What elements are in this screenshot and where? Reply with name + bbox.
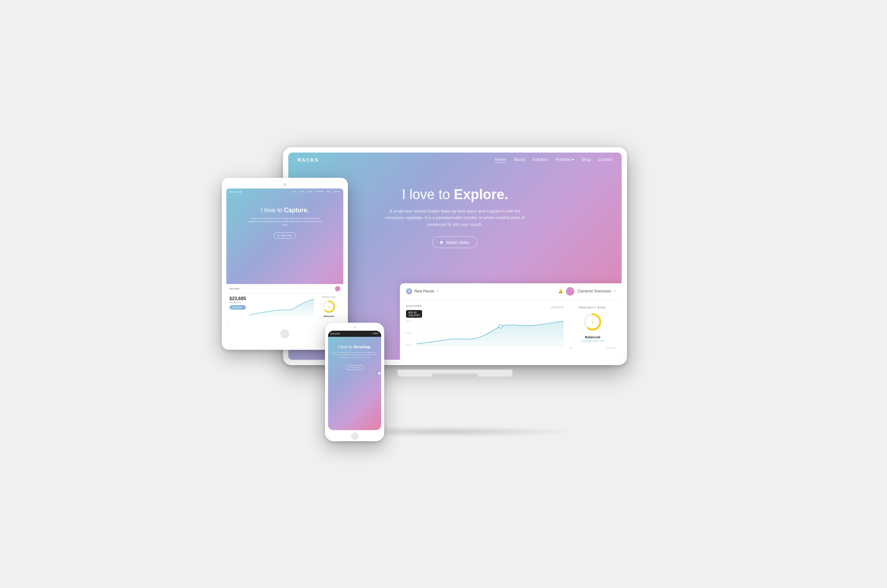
svg-text:$30k: $30k [406, 320, 412, 322]
chart-tooltip: $52.00 July-2021 [406, 310, 422, 318]
laptop-nav: RACKS Home About Solution Portfolio ▾ Bl… [288, 153, 622, 167]
risk-panel: PROJECT RISK $ Balanced Change your risk… [570, 304, 616, 355]
tablet-camera [283, 183, 286, 186]
dashboard-project-name: New House [414, 289, 434, 293]
dashboard-table-header: Nr Created [570, 346, 616, 349]
tablet-nav: RACKS Home About Solution Portfolio ▾ Bl… [226, 188, 343, 195]
laptop-base [398, 370, 512, 377]
tablet-project-name: New House [229, 288, 239, 290]
tablet-screen: RACKS Home About Solution Portfolio ▾ Bl… [226, 188, 343, 326]
phone-hero-subtitle: A small river named Duden flows by their… [332, 351, 377, 359]
scene: RACKS Home About Solution Portfolio ▾ Bl… [222, 147, 665, 441]
laptop-title-bold: Explore. [454, 187, 508, 202]
tablet-nav-about[interactable]: About [299, 191, 304, 193]
col-created: Created [606, 346, 616, 349]
phone-watch-label: Watch Video [351, 367, 360, 369]
phone-device: RACKS ≡ MENU I love to Develop. A small … [325, 323, 384, 441]
phone-play-circle-icon: ▶ [379, 371, 381, 375]
svg-text:$10k: $10k [406, 343, 412, 346]
risk-change-link[interactable]: Change your risk [570, 339, 616, 343]
dashboard-body: HISTORY All time ▾ $52.00 July-2021 [400, 300, 622, 360]
laptop-nav-about[interactable]: About [514, 157, 525, 163]
tooltip-date: July-2021 [408, 314, 420, 317]
tablet-title-bold: Capture. [284, 207, 309, 213]
tablet-title-pre: I love to [261, 207, 284, 213]
phone-watch-button[interactable]: ▶ Watch Video [346, 365, 363, 370]
laptop-nav-portfolio[interactable]: Portfolio ▾ [556, 157, 574, 163]
risk-title: PROJECT RISK [570, 306, 616, 309]
phone-home-button[interactable] [351, 432, 359, 440]
play-icon: ▶ [440, 240, 444, 245]
tablet-home-button[interactable] [280, 329, 289, 338]
tablet-dashboard: New House $23,685 Total Balance See Deta… [226, 284, 343, 326]
tablet-nav-portfolio[interactable]: Portfolio ▾ [316, 191, 324, 193]
risk-label: Balanced [570, 335, 616, 339]
tablet-amount-label: Total Balance [229, 301, 246, 304]
dashboard-header: N New House ⠿ 🔔 Cameron Svensson ▾ [400, 283, 622, 300]
laptop-hero-title: I love to Explore. [304, 187, 606, 203]
laptop-watch-label: Watch Video [446, 240, 469, 245]
phone-frame: RACKS ≡ MENU I love to Develop. A small … [325, 323, 384, 441]
phone-title-pre: I love to [338, 344, 354, 349]
bell-icon: 🔔 [558, 289, 563, 293]
tooltip-amount: $52.00 [408, 311, 420, 314]
chevron-icon: ▾ [614, 289, 616, 293]
phone-screen: RACKS ≡ MENU I love to Develop. A small … [328, 331, 381, 430]
laptop-dashboard: N New House ⠿ 🔔 Cameron Svensson ▾ [400, 283, 622, 360]
laptop-hero-subtitle: A small river named Duden flows by their… [382, 208, 528, 228]
tablet-dash-body: $23,685 Total Balance See Details [226, 294, 343, 321]
tablet-logo: RACKS [230, 191, 242, 193]
svg-text:$20k: $20k [406, 331, 412, 334]
svg-text:$: $ [592, 321, 594, 324]
risk-donut: $ [583, 312, 602, 331]
tablet-chart-mini [249, 296, 314, 318]
laptop-nav-links: Home About Solution Portfolio ▾ Blog Con… [495, 157, 612, 163]
dashboard-username: Cameron Svensson [577, 289, 611, 293]
tablet-risk-mini: PROJECT RISK $ Balanced [317, 296, 340, 317]
tablet-play-icon: ▶ [278, 234, 279, 237]
chart-title: HISTORY [406, 304, 422, 308]
time-filter[interactable]: All time ▾ [551, 305, 564, 309]
tablet-watch-button[interactable]: ▶ Watch Video [274, 232, 296, 239]
dashboard-project-icon: N [406, 288, 412, 294]
phone-cta-button[interactable]: ▶ [376, 369, 381, 377]
laptop-watch-button[interactable]: ▶ Watch Video [432, 236, 478, 248]
tablet-see-details-btn[interactable]: See Details [229, 305, 246, 310]
laptop-nav-contact[interactable]: Contact [598, 157, 612, 163]
laptop-logo: RACKS [297, 157, 319, 163]
phone-play-icon: ▶ [349, 367, 350, 369]
laptop-nav-blog[interactable]: Blog [582, 157, 590, 163]
chart-area: HISTORY All time ▾ $52.00 July-2021 [406, 304, 564, 355]
tablet-amount-area: $23,685 Total Balance See Details [229, 296, 246, 310]
phone-menu-label[interactable]: ≡ MENU [372, 333, 379, 335]
tablet-nav-blog[interactable]: Blog [327, 191, 330, 193]
tablet-hero: I love to Capture. A small river named D… [226, 195, 343, 245]
tablet-hero-title: I love to Capture. [232, 207, 337, 214]
phone-logo: RACKS [331, 333, 340, 335]
phone-hero-title: I love to Develop. [332, 344, 377, 349]
grid-icon: ⠿ [437, 289, 439, 293]
tablet-risk-label: Balanced [317, 315, 340, 317]
chart-svg: $30k $20k $10k [406, 318, 564, 349]
dashboard-header-right: 🔔 Cameron Svensson ▾ [558, 287, 616, 296]
tablet-nav-contact[interactable]: Contact [333, 191, 340, 193]
svg-text:$: $ [328, 306, 330, 309]
laptop-nav-solution[interactable]: Solution [533, 157, 548, 163]
tablet-hero-subtitle: A small river named Duden flows by their… [247, 217, 323, 227]
laptop-title-pre: I love to [402, 187, 454, 202]
phone-camera [354, 326, 356, 329]
tablet-dash-header: New House [226, 284, 343, 294]
phone-hero: I love to Develop. A small river named D… [328, 337, 381, 375]
tablet-nav-home[interactable]: Home [292, 191, 296, 193]
col-nr: Nr [570, 346, 572, 349]
tablet-nav-solution[interactable]: Solution [307, 191, 313, 193]
tablet-dash-avatar [335, 286, 340, 291]
tablet-nav-links: Home About Solution Portfolio ▾ Blog Con… [292, 191, 340, 193]
phone-title-bold: Develop. [354, 344, 371, 349]
svg-point-6 [499, 325, 503, 328]
laptop-nav-home[interactable]: Home [495, 157, 506, 163]
dashboard-header-left: N New House ⠿ [406, 288, 439, 294]
avatar [566, 287, 574, 296]
tablet-amount: $23,685 [229, 296, 246, 301]
tablet-watch-label: Watch Video [281, 234, 292, 237]
